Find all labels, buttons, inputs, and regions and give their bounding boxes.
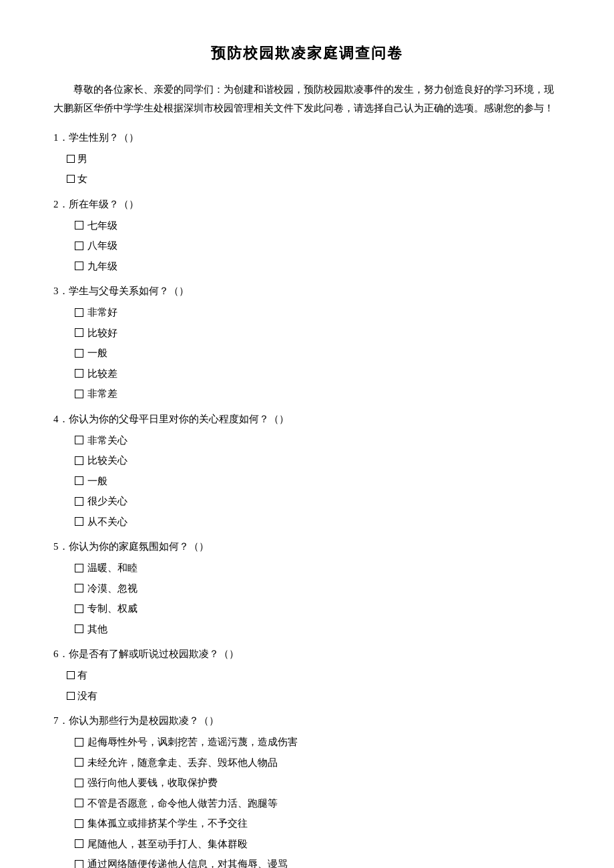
question-6-option-0[interactable]: 有 [67, 666, 561, 685]
checkbox-icon [75, 369, 83, 378]
question-2-option-0[interactable]: 七年级 [75, 216, 561, 236]
question-1: 1．学生性别？（）男女 [53, 129, 561, 189]
option-label-2: 一般 [87, 472, 107, 491]
option-label-0: 非常好 [87, 303, 117, 322]
question-6-title: 6．你是否有了解或听说过校园欺凌？（） [53, 645, 561, 663]
question-3-option-1[interactable]: 比较好 [75, 324, 561, 343]
option-label-0: 有 [77, 666, 87, 685]
question-6: 6．你是否有了解或听说过校园欺凌？（）有没有 [53, 645, 561, 705]
option-label-1: 未经允许，随意拿走、丢弃、毁坏他人物品 [87, 753, 278, 773]
question-7-option-6[interactable]: 通过网络随便传递他人信息，对其侮辱、谩骂 [75, 855, 561, 868]
question-7-option-5[interactable]: 尾随他人，甚至动手打人、集体群殴 [75, 835, 561, 854]
question-3-option-0[interactable]: 非常好 [75, 303, 561, 322]
option-label-3: 其他 [87, 620, 107, 639]
option-label-2: 一般 [87, 344, 107, 363]
checkbox-icon [75, 349, 83, 358]
question-3-option-2[interactable]: 一般 [75, 344, 561, 363]
question-4-option-1[interactable]: 比较关心 [75, 451, 561, 470]
option-label-0: 男 [77, 149, 87, 169]
question-7-option-4[interactable]: 集体孤立或排挤某个学生，不予交往 [75, 814, 561, 833]
checkbox-icon [67, 671, 75, 679]
checkbox-icon [75, 564, 83, 572]
option-label-0: 七年级 [87, 216, 117, 236]
option-label-4: 集体孤立或排挤某个学生，不予交往 [87, 814, 248, 833]
option-label-0: 起侮辱性外号，讽刺挖苦，造谣污蔑，造成伤害 [87, 733, 298, 752]
question-5: 5．你认为你的家庭氛围如何？（）温暖、和睦冷漠、忽视专制、权威其他 [53, 538, 561, 638]
checkbox-icon [75, 738, 83, 747]
question-4-option-0[interactable]: 非常关心 [75, 431, 561, 450]
option-label-1: 八年级 [87, 236, 117, 256]
option-label-1: 冷漠、忽视 [87, 579, 137, 598]
checkbox-icon [75, 799, 83, 807]
option-label-2: 专制、权威 [87, 599, 137, 618]
question-4-option-3[interactable]: 很少关心 [75, 492, 561, 511]
question-5-option-3[interactable]: 其他 [75, 620, 561, 639]
checkbox-icon [75, 839, 83, 848]
question-3-title: 3．学生与父母关系如何？（） [53, 282, 561, 300]
checkbox-icon [75, 604, 83, 613]
question-1-title: 1．学生性别？（） [53, 129, 561, 147]
question-4-option-2[interactable]: 一般 [75, 472, 561, 491]
option-label-1: 没有 [77, 687, 97, 706]
option-label-0: 非常关心 [87, 431, 127, 450]
checkbox-icon [75, 584, 83, 592]
question-2-title: 2．所在年级？（） [53, 195, 561, 213]
option-label-3: 不管是否愿意，命令他人做苦力活、跑腿等 [87, 794, 278, 813]
checkbox-icon [75, 242, 83, 250]
checkbox-icon [67, 692, 75, 700]
question-5-option-0[interactable]: 温暖、和睦 [75, 558, 561, 578]
question-5-option-2[interactable]: 专制、权威 [75, 599, 561, 618]
page-title: 预防校园欺凌家庭调查问卷 [53, 40, 561, 67]
question-2-option-2[interactable]: 九年级 [75, 257, 561, 276]
checkbox-icon [75, 328, 83, 337]
option-label-1: 比较关心 [87, 451, 127, 470]
option-label-0: 温暖、和睦 [87, 558, 137, 578]
option-label-2: 强行向他人要钱，收取保护费 [87, 773, 218, 793]
question-7-title: 7．你认为那些行为是校园欺凌？（） [53, 712, 561, 730]
question-7-option-0[interactable]: 起侮辱性外号，讽刺挖苦，造谣污蔑，造成伤害 [75, 733, 561, 752]
question-4-title: 4．你认为你的父母平日里对你的关心程度如何？（） [53, 410, 561, 428]
checkbox-icon [75, 476, 83, 485]
option-label-4: 从不关心 [87, 512, 127, 532]
question-5-title: 5．你认为你的家庭氛围如何？（） [53, 538, 561, 556]
checkbox-icon [75, 758, 83, 767]
checkbox-icon [75, 819, 83, 828]
intro-text: 尊敬的各位家长、亲爱的同学们：为创建和谐校园，预防校园欺凌事件的发生，努力创造良… [53, 80, 561, 118]
question-7-option-2[interactable]: 强行向他人要钱，收取保护费 [75, 773, 561, 793]
option-label-5: 尾随他人，甚至动手打人、集体群殴 [87, 835, 248, 854]
question-1-option-0[interactable]: 男 [67, 149, 561, 169]
checkbox-icon [67, 155, 75, 163]
checkbox-icon [75, 308, 83, 317]
question-3: 3．学生与父母关系如何？（）非常好比较好一般比较差非常差 [53, 282, 561, 404]
checkbox-icon [75, 221, 83, 230]
checkbox-icon [75, 456, 83, 465]
question-4: 4．你认为你的父母平日里对你的关心程度如何？（）非常关心比较关心一般很少关心从不… [53, 410, 561, 532]
question-2-option-1[interactable]: 八年级 [75, 236, 561, 256]
question-3-option-4[interactable]: 非常差 [75, 384, 561, 404]
question-1-option-1[interactable]: 女 [67, 169, 561, 189]
checkbox-icon [75, 436, 83, 444]
option-label-2: 九年级 [87, 257, 117, 276]
question-7-option-3[interactable]: 不管是否愿意，命令他人做苦力活、跑腿等 [75, 794, 561, 813]
checkbox-icon [75, 497, 83, 506]
checkbox-icon [67, 175, 75, 183]
option-label-6: 通过网络随便传递他人信息，对其侮辱、谩骂 [87, 855, 288, 868]
question-7: 7．你认为那些行为是校园欺凌？（）起侮辱性外号，讽刺挖苦，造谣污蔑，造成伤害未经… [53, 712, 561, 868]
question-3-option-3[interactable]: 比较差 [75, 364, 561, 384]
option-label-4: 非常差 [87, 384, 117, 404]
option-label-1: 比较好 [87, 324, 117, 343]
option-label-3: 很少关心 [87, 492, 127, 511]
question-4-option-4[interactable]: 从不关心 [75, 512, 561, 532]
question-5-option-1[interactable]: 冷漠、忽视 [75, 579, 561, 598]
checkbox-icon [75, 390, 83, 398]
checkbox-icon [75, 779, 83, 787]
checkbox-icon [75, 624, 83, 633]
question-6-option-1[interactable]: 没有 [67, 687, 561, 706]
checkbox-icon [75, 517, 83, 526]
question-7-option-1[interactable]: 未经允许，随意拿走、丢弃、毁坏他人物品 [75, 753, 561, 773]
option-label-3: 比较差 [87, 364, 117, 384]
option-label-1: 女 [77, 169, 87, 189]
checkbox-icon [75, 860, 83, 868]
question-2: 2．所在年级？（）七年级八年级九年级 [53, 195, 561, 276]
checkbox-icon [75, 262, 83, 270]
